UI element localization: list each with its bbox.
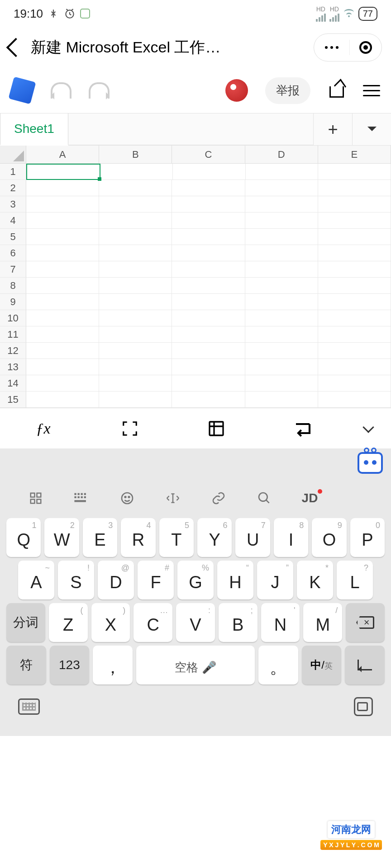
cell[interactable]: [245, 196, 318, 212]
cell[interactable]: [99, 310, 172, 326]
cell[interactable]: [245, 294, 318, 310]
undo-button[interactable]: [51, 82, 72, 99]
key-a[interactable]: ~A: [18, 561, 54, 599]
cell[interactable]: [99, 229, 172, 245]
column-header[interactable]: A: [26, 146, 99, 164]
cell[interactable]: [26, 359, 99, 375]
cell[interactable]: [99, 180, 172, 196]
cell[interactable]: [318, 278, 391, 294]
key-n[interactable]: 'N: [261, 603, 300, 642]
row-header[interactable]: 11: [0, 326, 26, 343]
key-q[interactable]: 1Q: [6, 518, 41, 557]
period-key[interactable]: 。: [258, 646, 298, 684]
backspace-key[interactable]: [346, 603, 385, 642]
add-sheet-button[interactable]: +: [313, 113, 352, 145]
cell[interactable]: [99, 392, 172, 408]
cell[interactable]: [318, 229, 391, 245]
row-header[interactable]: 3: [0, 196, 26, 212]
redo-button[interactable]: [89, 82, 110, 99]
cell[interactable]: [172, 294, 245, 310]
more-button[interactable]: [314, 46, 349, 49]
cell[interactable]: [173, 164, 246, 180]
key-m[interactable]: /M: [303, 603, 342, 642]
cell[interactable]: [99, 294, 172, 310]
cell[interactable]: [172, 326, 245, 343]
cell[interactable]: [26, 196, 99, 212]
cell[interactable]: [172, 261, 245, 278]
cell[interactable]: [172, 310, 245, 326]
key-z[interactable]: (Z: [49, 603, 88, 642]
row-header[interactable]: 2: [0, 180, 26, 196]
key-h[interactable]: “H: [217, 561, 253, 599]
key-l[interactable]: ?L: [337, 561, 373, 599]
key-s[interactable]: !S: [58, 561, 94, 599]
cell[interactable]: [245, 359, 318, 375]
keyboard-icon[interactable]: [58, 492, 104, 505]
cell[interactable]: [318, 294, 391, 310]
key-j[interactable]: ”J: [257, 561, 293, 599]
cell[interactable]: [172, 245, 245, 261]
cell[interactable]: [245, 375, 318, 392]
emoji-icon[interactable]: [104, 491, 150, 505]
cell[interactable]: [245, 278, 318, 294]
cell[interactable]: [172, 392, 245, 408]
cell[interactable]: [26, 212, 99, 229]
cell[interactable]: [26, 245, 99, 261]
jd-button[interactable]: JD: [287, 491, 333, 505]
cell[interactable]: [245, 245, 318, 261]
cell[interactable]: [99, 212, 172, 229]
key-r[interactable]: 4R: [121, 518, 155, 557]
app-logo-icon[interactable]: [8, 76, 36, 104]
cell[interactable]: [318, 310, 391, 326]
cell[interactable]: [26, 392, 99, 408]
clipboard-button[interactable]: [354, 697, 373, 716]
column-header[interactable]: C: [172, 146, 245, 164]
image-button[interactable]: [173, 420, 259, 438]
row-header[interactable]: 7: [0, 261, 26, 278]
cell[interactable]: [245, 229, 318, 245]
cell[interactable]: [26, 278, 99, 294]
cell[interactable]: [100, 164, 173, 180]
cell[interactable]: [99, 326, 172, 343]
cell[interactable]: [172, 359, 245, 375]
back-button[interactable]: [6, 38, 25, 57]
cell[interactable]: [26, 294, 99, 310]
key-o[interactable]: 9O: [312, 518, 346, 557]
cell[interactable]: [318, 245, 391, 261]
cell[interactable]: [172, 375, 245, 392]
row-header[interactable]: 5: [0, 229, 26, 245]
row-header[interactable]: 13: [0, 359, 26, 375]
cell[interactable]: [245, 392, 318, 408]
cell[interactable]: [99, 245, 172, 261]
key-i[interactable]: 8I: [274, 518, 308, 557]
cell[interactable]: [26, 326, 99, 343]
cell[interactable]: [26, 375, 99, 392]
cell[interactable]: [318, 326, 391, 343]
cell[interactable]: [26, 310, 99, 326]
key-b[interactable]: ;B: [219, 603, 257, 642]
cursor-icon[interactable]: [150, 491, 196, 505]
key-w[interactable]: 2W: [44, 518, 79, 557]
cell[interactable]: [318, 261, 391, 278]
avatar-icon[interactable]: [225, 79, 248, 102]
cell[interactable]: [172, 278, 245, 294]
cell[interactable]: [26, 343, 99, 359]
column-header[interactable]: E: [318, 146, 391, 164]
key-k[interactable]: *K: [297, 561, 333, 599]
key-f[interactable]: #F: [138, 561, 174, 599]
row-header[interactable]: 4: [0, 212, 26, 229]
language-key[interactable]: 中/英: [302, 646, 342, 684]
sheet-tab-active[interactable]: Sheet1: [0, 113, 68, 146]
cell[interactable]: [26, 180, 99, 196]
column-header[interactable]: D: [245, 146, 318, 164]
cell[interactable]: [99, 375, 172, 392]
column-header[interactable]: B: [99, 146, 172, 164]
cell[interactable]: [318, 359, 391, 375]
cell[interactable]: [318, 180, 391, 196]
row-header[interactable]: 8: [0, 278, 26, 294]
fx-button[interactable]: ƒx: [0, 420, 86, 437]
cell[interactable]: [245, 343, 318, 359]
row-header[interactable]: 15: [0, 392, 26, 408]
numbers-key[interactable]: 123: [50, 646, 90, 684]
cell[interactable]: [172, 212, 245, 229]
